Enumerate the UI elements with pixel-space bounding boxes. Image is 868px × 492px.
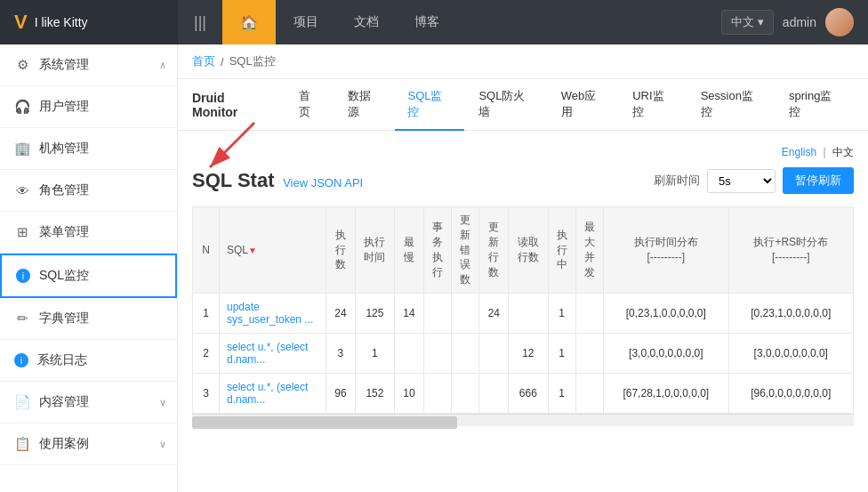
clipboard-icon: 📋 bbox=[14, 436, 30, 452]
sql-stat-title: SQL Stat bbox=[192, 169, 275, 191]
th-transaction: 事 务 执 行 bbox=[423, 207, 451, 294]
druid-tab-datasource[interactable]: 数据源 bbox=[335, 79, 393, 131]
cell-time_dist: [3,0,0,0,0,0,0,0] bbox=[604, 333, 728, 373]
th-fetch-rows: 读取行数 bbox=[509, 207, 548, 294]
sidebar-label-system-log: 系统日志 bbox=[37, 352, 163, 368]
druid-tab-sql-firewall-label: SQL防火墙 bbox=[478, 89, 525, 118]
druid-tab-home[interactable]: 首页 bbox=[286, 79, 334, 131]
druid-tab-session-monitor-label: Session监控 bbox=[701, 89, 753, 118]
view-json-api-link[interactable]: View JSON API bbox=[283, 176, 363, 190]
lang-link-chinese[interactable]: 中文 bbox=[832, 146, 854, 158]
th-exec-count: 执 行 数 bbox=[326, 207, 356, 294]
breadcrumb-home[interactable]: 首页 bbox=[192, 53, 215, 69]
cell-n: 3 bbox=[193, 373, 220, 413]
druid-tab-sql-monitor[interactable]: SQL监控 bbox=[395, 79, 464, 131]
nav-link-home[interactable]: 🏠 bbox=[222, 0, 276, 44]
sidebar-item-org-management[interactable]: 🏢 机构管理 bbox=[0, 128, 177, 170]
cell-rs_dist: [3,0,0,0,0,0,0,0] bbox=[728, 333, 853, 373]
gear-icon: ⚙ bbox=[14, 57, 30, 73]
refresh-area: 刷新时间 5s 10s 30s 60s 不刷新 暂停刷新 bbox=[654, 167, 854, 194]
cell-slowest: 14 bbox=[395, 293, 424, 333]
cell-update_rows bbox=[479, 373, 509, 413]
sidebar-item-content-management[interactable]: 📄 内容管理 ∨ bbox=[0, 382, 177, 423]
cell-exec_count: 96 bbox=[326, 373, 356, 413]
nav-link-blog[interactable]: 博客 bbox=[397, 0, 457, 44]
sidebar-label-menu-management: 菜单管理 bbox=[39, 224, 163, 240]
breadcrumb-current: SQL监控 bbox=[229, 53, 276, 69]
nav-blog-label: 博客 bbox=[414, 14, 439, 30]
chevron-up-icon: ∧ bbox=[159, 60, 166, 71]
druid-tab-session-monitor[interactable]: Session监控 bbox=[688, 79, 775, 131]
sidebar-item-menu-management[interactable]: ⊞ 菜单管理 bbox=[0, 212, 177, 254]
cell-sql[interactable]: select u.*, (select d.nam... bbox=[220, 373, 326, 413]
admin-label: admin bbox=[783, 15, 816, 29]
sidebar-item-system-log[interactable]: i 系统日志 bbox=[0, 340, 177, 382]
nav-links: 🏠 项目 文档 博客 bbox=[222, 0, 721, 44]
cell-max_concurrent bbox=[575, 333, 603, 373]
sidebar-item-user-management[interactable]: 🎧 用户管理 bbox=[0, 86, 177, 128]
sidebar-item-dict-management[interactable]: ✏ 字典管理 bbox=[0, 298, 177, 340]
nav-link-projects[interactable]: 项目 bbox=[276, 0, 336, 44]
sidebar-item-use-cases[interactable]: 📋 使用案例 ∨ bbox=[0, 423, 177, 465]
cell-fetch_rows bbox=[509, 293, 548, 333]
druid-panel: Druid Monitor 首页 数据源 SQL监控 SQL防火墙 Web应用 … bbox=[178, 79, 868, 492]
cell-slowest bbox=[395, 333, 424, 373]
sidebar-item-sql-monitor[interactable]: i SQL监控 bbox=[0, 254, 177, 298]
sql-stat-section: SQL Stat View JSON API 刷新时间 5s 10s 30s 6… bbox=[192, 167, 854, 194]
th-max-concurrent: 最 大 并 发 bbox=[575, 207, 603, 294]
sidebar-label-system-management: 系统管理 bbox=[39, 57, 163, 73]
avatar[interactable] bbox=[825, 8, 854, 36]
scrollbar-thumb[interactable] bbox=[192, 416, 457, 429]
building-icon: 🏢 bbox=[14, 141, 30, 157]
sidebar-item-system-management[interactable]: ⚙ 系统管理 ∧ bbox=[0, 44, 177, 86]
th-slowest: 最 慢 bbox=[395, 207, 424, 294]
info-icon: i bbox=[16, 269, 30, 283]
druid-tab-spring-monitor[interactable]: spring监控 bbox=[776, 79, 854, 131]
lang-btn-label: 中文 bbox=[731, 15, 754, 28]
cell-exec_time: 125 bbox=[355, 293, 394, 333]
sidebar-label-org-management: 机构管理 bbox=[39, 141, 163, 157]
th-sql[interactable]: SQL▼ bbox=[220, 207, 326, 294]
pause-refresh-button[interactable]: 暂停刷新 bbox=[783, 167, 854, 194]
th-running: 执 行 中 bbox=[548, 207, 575, 294]
nav-toggle-button[interactable]: ||| bbox=[178, 0, 222, 44]
sidebar-label-content-management: 内容管理 bbox=[39, 394, 163, 410]
th-error-count: 更 新 错 误 数 bbox=[452, 207, 479, 294]
nav-docs-label: 文档 bbox=[354, 14, 379, 30]
th-rs-dist: 执行+RS时分布[---------] bbox=[728, 207, 853, 294]
druid-tab-web-app[interactable]: Web应用 bbox=[549, 79, 618, 131]
sidebar-item-role-management[interactable]: 👁 角色管理 bbox=[0, 170, 177, 212]
lang-dropdown-icon: ▾ bbox=[758, 15, 764, 28]
druid-tab-uri-monitor-label: URI监控 bbox=[632, 89, 663, 118]
table-row: 3select u.*, (select d.nam...96152106661… bbox=[193, 373, 854, 413]
cell-error_count bbox=[452, 333, 479, 373]
cell-time_dist: [0,23,1,0,0,0,0,0] bbox=[604, 293, 728, 333]
cell-running: 1 bbox=[548, 333, 575, 373]
druid-tabs: Druid Monitor 首页 数据源 SQL监控 SQL防火墙 Web应用 … bbox=[178, 79, 868, 131]
druid-tab-sql-firewall[interactable]: SQL防火墙 bbox=[466, 79, 546, 131]
cell-running: 1 bbox=[548, 293, 575, 333]
edit-icon: ✏ bbox=[14, 311, 30, 327]
lang-link-english[interactable]: English bbox=[782, 146, 816, 158]
druid-tab-uri-monitor[interactable]: URI监控 bbox=[620, 79, 686, 131]
cell-exec_count: 3 bbox=[326, 333, 356, 373]
druid-tab-spring-monitor-label: spring监控 bbox=[789, 89, 832, 118]
sidebar-label-role-management: 角色管理 bbox=[39, 182, 163, 198]
table-row: 1update sys_user_token ...2412514241[0,2… bbox=[193, 293, 854, 333]
sidebar-label-dict-management: 字典管理 bbox=[39, 311, 163, 327]
document-icon: 📄 bbox=[14, 394, 30, 410]
horizontal-scrollbar[interactable] bbox=[192, 414, 854, 426]
breadcrumb-separator: / bbox=[221, 55, 224, 69]
cell-transaction bbox=[423, 373, 451, 413]
druid-tab-datasource-label: 数据源 bbox=[348, 89, 371, 118]
cell-sql[interactable]: select u.*, (select d.nam... bbox=[220, 333, 326, 373]
nav-link-docs[interactable]: 文档 bbox=[336, 0, 397, 44]
cell-slowest: 10 bbox=[395, 373, 424, 413]
lang-toggle-button[interactable]: 中文 ▾ bbox=[721, 10, 774, 35]
refresh-interval-select[interactable]: 5s 10s 30s 60s 不刷新 bbox=[707, 169, 776, 193]
sql-table-wrapper: N SQL▼ 执 行 数 执行时间 最 慢 事 务 执 行 更 新 错 误 数 … bbox=[192, 206, 854, 414]
cell-max_concurrent bbox=[575, 373, 603, 413]
logo-icon: V bbox=[14, 11, 28, 34]
cell-sql[interactable]: update sys_user_token ... bbox=[220, 293, 326, 333]
th-exec-time: 执行时间 bbox=[355, 207, 394, 294]
